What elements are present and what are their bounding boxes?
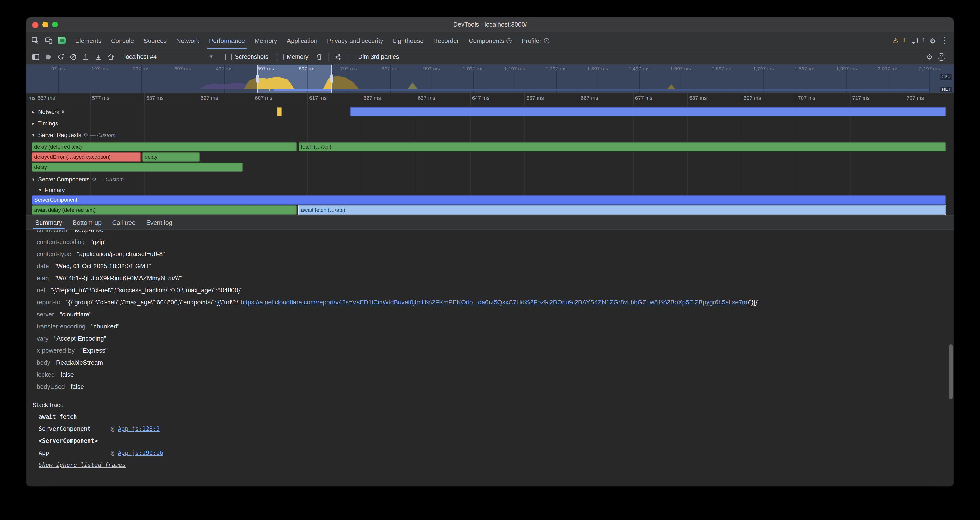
flame-bar-await-fetch-api[interactable]: await fetch (…/api)	[299, 205, 946, 215]
history-select[interactable]: localhost #4 ▼	[121, 52, 216, 62]
settings-gear-icon[interactable]: ⚙	[930, 37, 936, 44]
track-header-primary[interactable]: ▾Primary	[38, 185, 65, 195]
tab-application[interactable]: Application	[282, 32, 322, 49]
flame-bar-delayederror-ayed-exception[interactable]: delayedError (…ayed exception)	[32, 153, 141, 162]
live-metrics-home-icon[interactable]	[105, 51, 117, 62]
details-tab-event-log[interactable]: Event log	[141, 216, 178, 229]
stack-trace-section: Stack trace await fetchServerComponent@ …	[26, 396, 954, 471]
track-label: Network	[38, 108, 59, 115]
checkbox-box	[225, 53, 232, 60]
ruler-tick-label: 717 ms	[852, 95, 870, 101]
server-components-header-row: ▾Server Components⚙— Custom	[26, 174, 954, 184]
tab-performance[interactable]: Performance	[204, 32, 250, 49]
report-to-link[interactable]: https://a.nel.cloudflare.com/report/v4?s…	[241, 299, 747, 306]
stack-frame-label: <ServerComponent>	[32, 435, 944, 447]
extension-icon[interactable]	[58, 37, 65, 45]
stack-link-app-js-190-16[interactable]: App.js:190:16	[118, 450, 163, 456]
scrollbar-thumb[interactable]	[949, 344, 953, 399]
tab-recorder[interactable]: Recorder	[428, 32, 464, 49]
tab-label: Performance	[209, 37, 245, 44]
screenshots-checkbox[interactable]: Screenshots	[225, 53, 268, 60]
summary-key: date	[37, 262, 49, 270]
stack-frame-function: App	[38, 447, 111, 459]
flame-bar-fetch-api[interactable]: fetch (…/api)	[299, 142, 946, 151]
flame-bar-delay-deferred-text[interactable]: delay (deferred text)	[32, 142, 297, 151]
ruler-tick-label: 607 ms	[255, 95, 272, 101]
save-profile-icon[interactable]	[92, 51, 104, 62]
toolbar-separator	[328, 53, 329, 60]
cpu-lane-label: CPU	[940, 74, 952, 80]
flame-bar-delay[interactable]: delay	[32, 162, 243, 172]
checkbox-box	[348, 53, 355, 60]
record-and-reload-icon[interactable]	[55, 51, 67, 62]
more-options-icon[interactable]: ⋮	[940, 37, 948, 45]
track-header-server-components[interactable]: ▾Server Components⚙— Custom	[31, 174, 124, 184]
devtools-window: DevTools - localhost:3000/ ElementsConso…	[26, 17, 954, 486]
collect-garbage-icon[interactable]	[313, 51, 325, 62]
tab-sources[interactable]: Sources	[139, 32, 172, 49]
tab-components[interactable]: Components	[464, 32, 517, 49]
summary-key: content-type	[37, 250, 71, 258]
track-header-network[interactable]: ▸Network	[31, 107, 64, 117]
track-config-dot	[62, 110, 64, 113]
minimize-button[interactable]	[43, 22, 48, 27]
memory-checkbox[interactable]: Memory	[277, 53, 309, 60]
messages-icon[interactable]	[910, 38, 918, 43]
toggle-insights-sidebar-icon[interactable]	[30, 51, 41, 62]
details-tab-call-tree[interactable]: Call tree	[107, 216, 141, 229]
flame-bar-netblue[interactable]	[350, 107, 946, 116]
summary-value: false	[71, 383, 84, 390]
tab-privacy-and-security[interactable]: Privacy and security	[322, 32, 388, 49]
dim-3rd-parties-checkbox[interactable]: Dim 3rd parties	[348, 53, 399, 60]
selection-handle-left[interactable]	[257, 65, 258, 92]
summary-row: vary"Accept-Encoding"	[26, 332, 954, 344]
zoom-button[interactable]	[52, 22, 58, 27]
tab-memory[interactable]: Memory	[250, 32, 282, 49]
performance-toolbar-right: ⚙ ?	[926, 53, 950, 60]
summary-key: server	[37, 311, 54, 318]
summary-row: etag"W/\"4b1-RjEJloX9kRinu6F0MAZMmy6E5iA…	[26, 272, 954, 284]
track-header-timings[interactable]: ▸Timings	[31, 118, 58, 128]
summary-value: "application/json; charset=utf-8"	[77, 250, 165, 258]
flame-bar-yellow[interactable]	[277, 107, 282, 116]
details-tab-bottom-up[interactable]: Bottom-up	[67, 216, 107, 229]
ruler-tick	[470, 93, 471, 104]
selection-handle-right[interactable]	[331, 65, 332, 92]
flame-bar-delay[interactable]: delay	[142, 153, 200, 162]
stack-link-app-js-128-9[interactable]: App.js:128:9	[118, 425, 160, 432]
tab-lighthouse[interactable]: Lighthouse	[388, 32, 428, 49]
help-icon[interactable]: ?	[937, 53, 945, 60]
window-titlebar[interactable]: DevTools - localhost:3000/	[26, 17, 954, 32]
react-devtools-icon	[507, 38, 512, 43]
show-ignore-listed-frames-link[interactable]: Show ignore-listed frames	[32, 459, 944, 471]
tune-icon[interactable]	[332, 51, 344, 62]
overview-dim-right	[332, 65, 954, 92]
summary-row: transfer-encoding"chunked"	[26, 320, 954, 332]
details-tab-summary[interactable]: Summary	[30, 216, 67, 229]
stack-frame: ServerComponent@ App.js:128:9	[32, 423, 944, 435]
net-lane-label: NET	[940, 87, 952, 92]
tab-profiler[interactable]: Profiler	[517, 32, 554, 49]
summary-value: "keep-alive"	[73, 230, 106, 234]
warning-icon[interactable]: ⚠	[892, 37, 899, 44]
ruler-tick-label: 667 ms	[581, 95, 598, 101]
capture-settings-gear-icon[interactable]: ⚙	[926, 53, 933, 60]
track-header-server-requests[interactable]: ▾Server Requests⚙— Custom	[31, 130, 116, 140]
flame-bar-await-delay-deferred-text[interactable]: await delay (deferred text)	[32, 205, 297, 215]
timeline-overview[interactable]: CPU NET 97 ms197 ms297 ms397 ms497 ms597…	[26, 65, 954, 93]
record-button[interactable]	[43, 51, 54, 62]
summary-key: report-to	[37, 299, 60, 306]
timings-track-row: ▸Timings	[26, 118, 954, 128]
tab-elements[interactable]: Elements	[70, 32, 106, 49]
inspect-icon[interactable]	[29, 34, 41, 47]
tab-network[interactable]: Network	[172, 32, 204, 49]
window-title: DevTools - localhost:3000/	[26, 17, 954, 32]
clear-icon[interactable]	[67, 51, 79, 62]
close-button[interactable]	[32, 22, 38, 29]
ruler-tick-label: 567 ms	[38, 95, 55, 101]
flame-bar-servercomponent[interactable]: ServerComponent	[32, 196, 946, 205]
load-profile-icon[interactable]	[80, 51, 92, 62]
tab-console[interactable]: Console	[106, 32, 138, 49]
device-toolbar-icon[interactable]	[43, 34, 55, 47]
ruler-tick	[850, 93, 851, 104]
